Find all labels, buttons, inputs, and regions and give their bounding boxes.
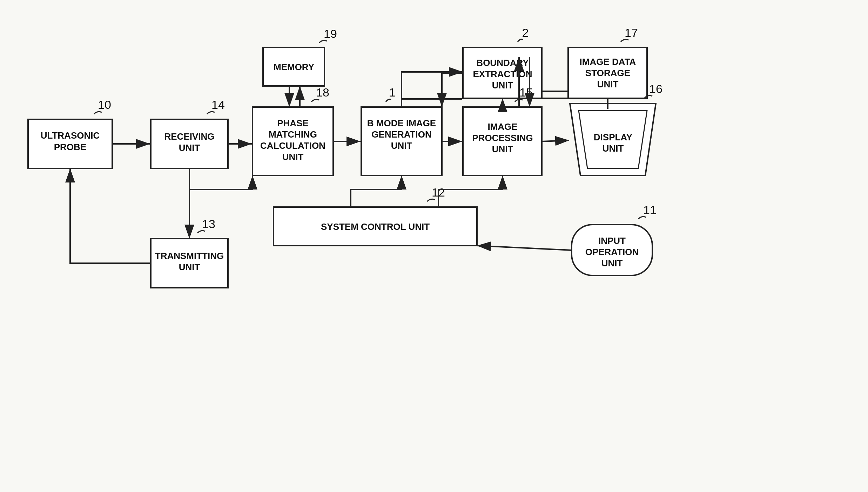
- receiving-unit-label2: UNIT: [179, 142, 200, 153]
- ref-15: 15: [519, 86, 533, 99]
- display-unit-label2: UNIT: [603, 143, 624, 154]
- image-processing-label1: IMAGE: [487, 121, 517, 132]
- bmode-label3: UNIT: [391, 140, 412, 151]
- ref-13: 13: [202, 217, 215, 231]
- image-processing-label2: PROCESSING: [472, 133, 533, 143]
- bmode-label2: GENERATION: [371, 129, 431, 140]
- ref-14: 14: [211, 98, 225, 111]
- image-data-storage-label3: UNIT: [597, 79, 619, 89]
- ref-16: 16: [649, 82, 662, 95]
- ref-2: 2: [522, 26, 529, 39]
- phase-matching-label2: MATCHING: [269, 129, 317, 140]
- phase-matching-label4: UNIT: [282, 152, 304, 162]
- boundary-label3: UNIT: [492, 80, 513, 91]
- bmode-label1: B MODE IMAGE: [367, 118, 436, 128]
- image-processing-label3: UNIT: [492, 144, 513, 154]
- transmitting-unit-label: TRANSMITTING: [155, 251, 224, 261]
- ref-18: 18: [316, 86, 329, 99]
- ref-19: 19: [324, 27, 337, 40]
- system-control-label: SYSTEM CONTROL UNIT: [321, 221, 430, 232]
- boundary-label2: EXTRACTION: [473, 69, 532, 79]
- ultrasonic-probe-label2: PROBE: [54, 142, 86, 152]
- boundary-label1: BOUNDARY: [476, 58, 529, 68]
- input-operation-label1: INPUT: [598, 235, 626, 246]
- ref-10: 10: [98, 98, 111, 111]
- receiving-unit-label: RECEIVING: [164, 131, 214, 142]
- memory-label: MEMORY: [274, 62, 314, 72]
- phase-matching-label1: PHASE: [277, 118, 309, 128]
- phase-matching-label3: CALCULATION: [260, 140, 325, 151]
- display-unit-label1: DISPLAY: [594, 132, 632, 142]
- input-operation-label2: OPERATION: [585, 247, 639, 257]
- ref-17: 17: [625, 26, 638, 39]
- ref-1: 1: [389, 86, 396, 99]
- input-operation-label3: UNIT: [601, 258, 623, 268]
- ref-11: 11: [643, 203, 657, 217]
- transmitting-unit-label2: UNIT: [179, 262, 200, 272]
- image-data-storage-label2: STORAGE: [585, 68, 630, 78]
- ultrasonic-probe-label: ULTRASONIC: [41, 130, 100, 141]
- image-data-storage-label1: IMAGE DATA: [580, 56, 636, 67]
- diagram-container: ULTRASONIC PROBE 10 RECEIVING UNIT 14 TR…: [0, 0, 868, 492]
